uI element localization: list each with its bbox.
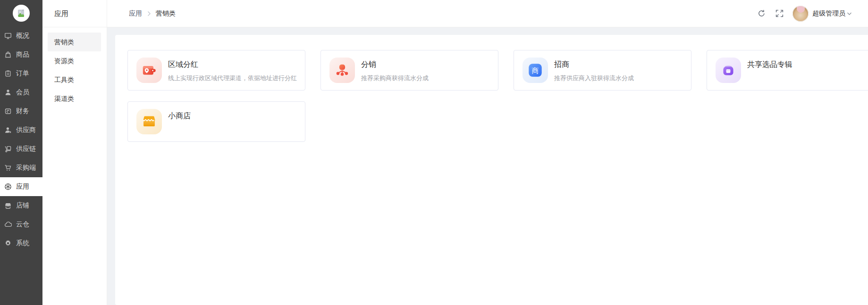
- user-menu[interactable]: 超级管理员: [812, 9, 852, 18]
- app-card-distribution[interactable]: 分销 推荐采购商获得流水分成: [320, 50, 498, 91]
- apps-wheel-icon: [4, 183, 12, 190]
- app-card-title: 区域分红: [168, 59, 297, 69]
- sidebar-item-purchasing[interactable]: 采购端: [0, 158, 42, 177]
- sidebar-item-label: 商品: [16, 50, 29, 59]
- sidebar-item-label: 应用: [16, 182, 29, 191]
- chevron-down-icon: [847, 12, 852, 16]
- member-user-icon: [4, 89, 12, 96]
- distribution-network-icon: [329, 58, 355, 83]
- category-item-channels[interactable]: 渠道类: [48, 89, 101, 108]
- app-cards-grid: 区域分红 线上实现行政区域代理渠道，依据地址进行分红: [127, 50, 868, 142]
- secondary-nav: 营销类 资源类 工具类 渠道类: [42, 27, 107, 108]
- sidebar-item-goods[interactable]: 商品: [0, 45, 42, 64]
- sidebar-item-label: 财务: [16, 107, 29, 115]
- purchase-cart-icon: [4, 164, 12, 172]
- sidebar-item-cloud-warehouse[interactable]: 云仓: [0, 215, 42, 234]
- supplier-user-icon: [4, 126, 12, 134]
- sidebar-item-suppliers[interactable]: 供应商: [0, 121, 42, 140]
- sidebar-item-label: 概况: [16, 32, 29, 40]
- svg-text:商: 商: [532, 67, 539, 74]
- breadcrumb-current: 营销类: [156, 9, 176, 18]
- user-avatar[interactable]: [792, 6, 809, 22]
- sidebar-item-supply-chain[interactable]: 供应链: [0, 140, 42, 158]
- sidebar-item-members[interactable]: 会员: [0, 83, 42, 102]
- breadcrumb: 应用 营销类: [129, 9, 176, 18]
- user-name: 超级管理员: [812, 9, 845, 18]
- sidebar-item-shop[interactable]: 店铺: [0, 196, 42, 215]
- app-card-desc: 推荐供应商入驻获得流水分成: [554, 74, 634, 82]
- refresh-icon[interactable]: [757, 9, 766, 18]
- primary-sidebar: 概况 商品 订单 会员 财务 供应商 供应链 采购端: [0, 0, 42, 305]
- sidebar-item-label: 供应商: [16, 126, 36, 134]
- sidebar-item-label: 会员: [16, 88, 29, 97]
- sidebar-item-label: 采购端: [16, 164, 36, 172]
- app-card-title: 招商: [554, 59, 634, 69]
- wallet-location-icon: [136, 58, 162, 83]
- logo[interactable]: [0, 0, 42, 26]
- fullscreen-icon[interactable]: [775, 9, 784, 18]
- supply-chain-icon: [4, 145, 12, 153]
- shop-store-icon: [4, 202, 12, 209]
- app-card-regional-dividend[interactable]: 区域分红 线上实现行政区域代理渠道，依据地址进行分红: [127, 50, 305, 91]
- top-header: 应用 营销类 超级管理员: [107, 0, 868, 27]
- category-item-resources[interactable]: 资源类: [48, 51, 101, 70]
- category-item-tools[interactable]: 工具类: [48, 70, 101, 89]
- app-card-title: 小商店: [168, 111, 191, 121]
- app-card-desc: 线上实现行政区域代理渠道，依据地址进行分红: [168, 74, 297, 82]
- app-card-shared-selection-album[interactable]: 共享选品专辑: [707, 50, 868, 91]
- sidebar-item-orders[interactable]: 订单: [0, 64, 42, 83]
- sidebar-item-finance[interactable]: 财务: [0, 102, 42, 121]
- app-card-mini-store[interactable]: 小商店: [127, 101, 305, 142]
- album-box-icon: [716, 58, 741, 83]
- sidebar-item-label: 系统: [16, 239, 29, 247]
- sidebar-item-label: 云仓: [16, 220, 29, 229]
- sidebar-item-label: 订单: [16, 69, 29, 78]
- app-card-merchant-recruit[interactable]: 商 招商 推荐供应商入驻获得流水分成: [514, 50, 691, 91]
- finance-icon: [4, 107, 12, 115]
- app-card-title: 共享选品专辑: [747, 59, 792, 69]
- header-actions: 超级管理员: [757, 6, 852, 22]
- cloud-warehouse-icon: [4, 221, 12, 228]
- sidebar-item-apps[interactable]: 应用: [0, 177, 42, 196]
- merchant-badge-icon: 商: [522, 58, 548, 83]
- app-card-desc: 推荐采购商获得流水分成: [361, 74, 429, 82]
- breadcrumb-parent[interactable]: 应用: [129, 9, 142, 18]
- category-item-marketing[interactable]: 营销类: [48, 33, 101, 51]
- logo-image-placeholder-icon: [13, 5, 30, 22]
- primary-nav: 概况 商品 订单 会员 财务 供应商 供应链 采购端: [0, 26, 42, 253]
- chevron-right-icon: [147, 11, 151, 16]
- goods-bag-icon: [4, 51, 12, 58]
- overview-monitor-icon: [4, 32, 12, 40]
- sidebar-item-label: 店铺: [16, 201, 29, 210]
- system-gear-icon: [4, 239, 12, 247]
- secondary-sidebar-title: 应用: [42, 0, 107, 27]
- order-clipboard-icon: [4, 70, 12, 77]
- apps-panel: 区域分红 线上实现行政区域代理渠道，依据地址进行分红: [115, 35, 868, 305]
- secondary-sidebar: 应用 营销类 资源类 工具类 渠道类: [42, 0, 107, 305]
- content-area: 区域分红 线上实现行政区域代理渠道，依据地址进行分红: [107, 27, 868, 305]
- sidebar-item-overview[interactable]: 概况: [0, 26, 42, 45]
- app-card-title: 分销: [361, 59, 429, 69]
- sidebar-item-system[interactable]: 系统: [0, 234, 42, 253]
- mini-store-icon: [136, 109, 162, 134]
- sidebar-item-label: 供应链: [16, 145, 36, 153]
